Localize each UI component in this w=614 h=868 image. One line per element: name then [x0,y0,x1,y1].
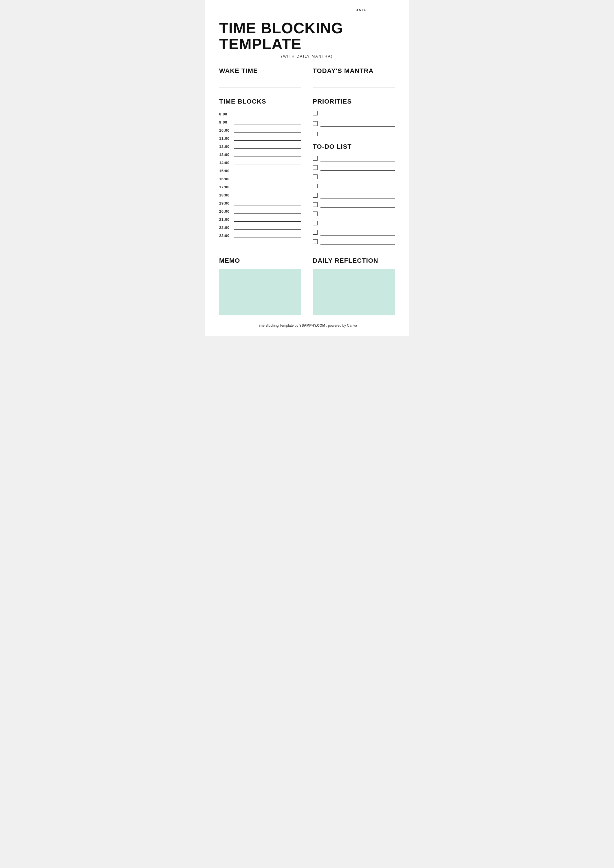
todo-row [313,211,395,217]
mantra-section: TODAY'S MANTRA [313,67,395,90]
priority-row [313,120,395,127]
time-row: 12:00 [219,143,302,149]
todo-checkbox[interactable] [313,193,317,198]
time-row: 14:00 [219,158,302,165]
footer-text: Time Blocking Template by [257,324,299,327]
time-slot-line [234,143,302,149]
time-slot-label: 16:00 [219,177,231,181]
todo-line [320,192,395,198]
time-slot-line [234,231,302,238]
todo-line [320,164,395,171]
todo-checkbox[interactable] [313,174,317,179]
time-blocks-label: TIME BLOCKS [219,98,302,105]
todo-line [320,211,395,217]
main-content: TIME BLOCKS 8:00 9:00 10:00 11:00 12:00 … [219,98,395,248]
page: DATE TIME BLOCKING TEMPLATE (WITH DAILY … [205,0,409,336]
time-row: 16:00 [219,175,302,181]
wake-time-line [219,79,302,87]
time-row: 10:00 [219,126,302,133]
todo-row [313,174,395,180]
todo-checkbox[interactable] [313,211,317,216]
time-slot-label: 11:00 [219,136,231,141]
todo-checkbox[interactable] [313,230,317,235]
time-blocks-col: TIME BLOCKS 8:00 9:00 10:00 11:00 12:00 … [219,98,302,240]
priority-checkbox[interactable] [313,132,317,136]
todo-line [320,183,395,189]
time-row: 19:00 [219,199,302,205]
time-row: 8:00 [219,110,302,116]
time-slot-line [234,175,302,181]
todo-checkbox[interactable] [313,184,317,188]
time-slot-label: 10:00 [219,128,231,133]
todo-line [320,229,395,236]
date-section: DATE [356,8,395,12]
todo-checkbox[interactable] [313,221,317,225]
todo-row [313,239,395,245]
time-slot-label: 20:00 [219,209,231,214]
priority-checkbox[interactable] [313,111,317,115]
time-slot-label: 21:00 [219,217,231,222]
memo-col: MEMO [219,257,302,315]
time-row: 18:00 [219,191,302,197]
priority-line [320,120,395,127]
time-slot-line [234,126,302,133]
todo-line [320,174,395,180]
priority-line [320,110,395,116]
reflection-label: DAILY REFLECTION [313,257,395,265]
date-label: DATE [356,8,367,12]
time-row: 13:00 [219,150,302,157]
todo-line [320,220,395,226]
priorities-label: PRIORITIES [313,98,395,105]
reflection-box[interactable] [313,269,395,315]
priority-checkbox[interactable] [313,121,317,126]
todo-row [313,155,395,161]
time-row: 22:00 [219,223,302,230]
time-slot-line [234,207,302,214]
todo-checkbox[interactable] [313,202,317,207]
time-slot-line [234,183,302,189]
reflection-col: DAILY REFLECTION [313,257,395,315]
time-slot-label: 9:00 [219,120,231,124]
time-slot-line [234,134,302,141]
todo-checkbox[interactable] [313,165,317,170]
time-slot-line [234,118,302,124]
memo-box[interactable] [219,269,302,315]
right-col: PRIORITIES TO-DO LIST [313,98,395,248]
time-row: 11:00 [219,134,302,141]
todo-section: TO-DO LIST [313,143,395,245]
time-row: 17:00 [219,183,302,189]
time-row: 23:00 [219,231,302,238]
mantra-label: TODAY'S MANTRA [313,67,395,74]
priority-row [313,110,395,116]
time-slot-line [234,199,302,205]
priorities-rows [313,110,395,137]
todo-rows [313,155,395,245]
date-underline [369,10,395,10]
footer-link[interactable]: Canva [347,324,357,327]
priority-row [313,131,395,137]
time-row: 9:00 [219,118,302,124]
todo-label: TO-DO LIST [313,143,395,150]
time-slot-label: 17:00 [219,185,231,189]
time-slot-label: 12:00 [219,144,231,149]
time-slot-line [234,110,302,116]
time-slot-line [234,191,302,197]
todo-row [313,192,395,198]
todo-checkbox[interactable] [313,156,317,161]
wake-time-label: WAKE TIME [219,67,302,74]
todo-row [313,202,395,208]
todo-checkbox[interactable] [313,239,317,244]
title-section: TIME BLOCKING TEMPLATE (WITH DAILY MANTR… [219,20,395,59]
wake-mantra-section: WAKE TIME TODAY'S MANTRA [219,67,395,90]
time-slot-line [234,167,302,173]
time-slot-line [234,150,302,157]
time-row: 15:00 [219,167,302,173]
time-slot-label: 15:00 [219,169,231,173]
time-rows: 8:00 9:00 10:00 11:00 12:00 13:00 14:00 … [219,110,302,238]
todo-line [320,202,395,208]
time-slot-line [234,215,302,222]
time-slot-line [234,223,302,230]
time-slot-label: 14:00 [219,161,231,165]
time-slot-label: 13:00 [219,152,231,157]
priority-line [320,131,395,137]
